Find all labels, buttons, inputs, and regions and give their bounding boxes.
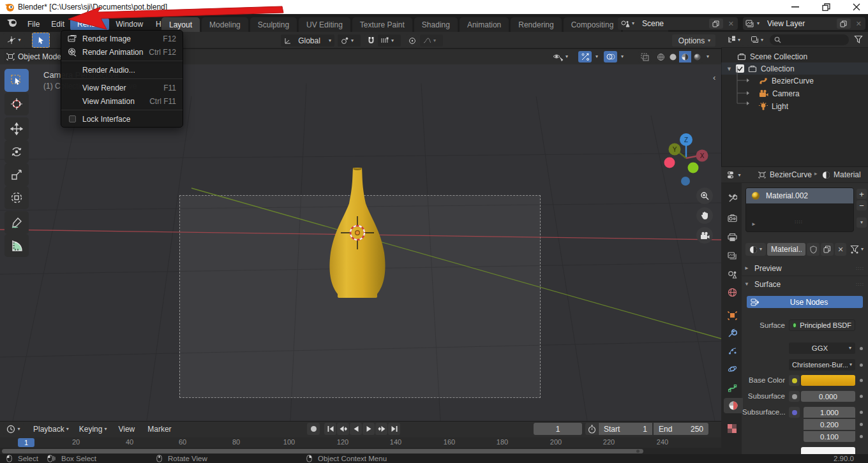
outliner-search-field[interactable] xyxy=(770,34,849,45)
tab-material[interactable] xyxy=(724,398,743,413)
subsurface-value-field[interactable]: 0.000 xyxy=(801,391,855,402)
xray-toggle[interactable] xyxy=(638,51,652,62)
outliner-row-beziercurve[interactable]: BezierCurve xyxy=(721,75,868,87)
base-color-socket-button[interactable] xyxy=(789,375,800,386)
fake-user-button[interactable] xyxy=(807,243,819,256)
scene-name[interactable]: Scene xyxy=(637,19,709,28)
preview-panel-header[interactable]: ► Preview :::: xyxy=(742,262,868,274)
next-keyframe-button[interactable] xyxy=(375,423,387,435)
active-tool-button[interactable] xyxy=(32,33,50,48)
prev-keyframe-button[interactable] xyxy=(337,423,349,435)
falloff-dropdown[interactable]: ▾ xyxy=(420,34,443,47)
animate-dot[interactable] xyxy=(860,395,863,398)
pivot-dropdown[interactable]: ▾ xyxy=(338,34,361,47)
shading-solid-button[interactable] xyxy=(667,51,679,62)
view-layer-remove-button[interactable]: ✕ xyxy=(852,20,865,28)
play-button[interactable] xyxy=(363,423,375,435)
visibility-dropdown[interactable]: ▾ xyxy=(553,51,568,62)
tool-cursor[interactable] xyxy=(4,92,29,115)
view-layer-browse-button[interactable]: ▾ xyxy=(743,20,762,28)
scrollbar-handle[interactable] xyxy=(2,449,643,453)
material-slot-row[interactable]: Material.002 xyxy=(746,188,853,203)
tab-rendering[interactable]: Rendering xyxy=(511,17,561,32)
scene-copy-button[interactable] xyxy=(709,18,723,29)
browse-material-button[interactable]: ▾ xyxy=(745,243,766,256)
base-color-swatch[interactable] xyxy=(801,375,855,386)
menu-file[interactable]: File xyxy=(22,20,45,29)
outliner-row-light[interactable]: Light xyxy=(721,100,868,112)
subsurface-color-swatch[interactable] xyxy=(801,447,855,454)
snap-settings-dropdown[interactable]: ▾ xyxy=(378,34,401,47)
options-dropdown[interactable]: Options ▾ xyxy=(672,34,715,47)
menu-item-lock-interface[interactable]: Lock Interface xyxy=(61,112,183,126)
tool-scale[interactable] xyxy=(4,163,29,186)
remove-material-slot-button[interactable]: − xyxy=(857,200,867,210)
outliner-editor-type-button[interactable]: ▾ xyxy=(724,34,744,46)
shading-wireframe-button[interactable] xyxy=(655,51,667,62)
tab-physics[interactable] xyxy=(724,361,740,376)
surface-shader-button[interactable]: Principled BSDF xyxy=(789,320,855,331)
tool-measure[interactable] xyxy=(4,234,29,257)
tool-rotate[interactable] xyxy=(4,140,29,163)
snap-toggle-button[interactable] xyxy=(364,34,377,47)
lock-interface-checkbox[interactable] xyxy=(69,115,76,122)
proportional-editing-button[interactable] xyxy=(406,34,419,47)
start-frame-field[interactable]: Start1 xyxy=(599,423,652,435)
animate-dot[interactable] xyxy=(860,379,863,382)
outliner-row-camera[interactable]: Camera xyxy=(721,87,868,99)
tab-animation[interactable]: Animation xyxy=(460,17,509,32)
tab-modifiers[interactable] xyxy=(724,325,740,341)
tab-particles[interactable] xyxy=(724,343,740,358)
breadcrumb-object[interactable]: BezierCurve xyxy=(770,170,812,179)
overlays-toggle[interactable] xyxy=(604,51,617,62)
zoom-button[interactable] xyxy=(696,187,713,204)
menu-view[interactable]: View xyxy=(112,425,141,434)
gizmos-dropdown[interactable]: ▾ xyxy=(595,54,598,59)
animate-dot[interactable] xyxy=(860,435,863,438)
unlink-material-button[interactable]: ✕ xyxy=(835,243,846,256)
menu-render[interactable]: Render xyxy=(70,18,109,31)
overlays-dropdown[interactable]: ▾ xyxy=(621,54,624,59)
tab-compositing[interactable]: Compositing xyxy=(564,17,622,32)
tab-sculpting[interactable]: Sculpting xyxy=(250,17,297,32)
breadcrumb-tab[interactable]: Material xyxy=(834,170,868,179)
editor-type-button[interactable]: ▾ xyxy=(3,33,25,47)
new-material-button[interactable] xyxy=(821,243,834,256)
radius-socket-button[interactable] xyxy=(789,407,800,418)
tab-texture[interactable] xyxy=(724,421,740,436)
subsurface-socket-button[interactable] xyxy=(789,391,800,402)
menu-edit[interactable]: Edit xyxy=(45,20,70,29)
panel-grip-icon[interactable]: :::: xyxy=(856,265,864,271)
timeline-editor-type-button[interactable]: ▾ xyxy=(3,423,24,435)
tab-output[interactable] xyxy=(724,230,740,245)
shading-rendered-button[interactable] xyxy=(691,51,703,62)
playhead-marker[interactable]: 1 xyxy=(18,438,34,447)
close-button[interactable] xyxy=(853,3,860,11)
use-nodes-button[interactable]: Use Nodes xyxy=(747,296,863,308)
end-frame-field[interactable]: End250 xyxy=(654,423,708,435)
list-grip-icon[interactable]: :::: xyxy=(795,219,803,224)
subsurface-method-dropdown[interactable]: Christensen-Bur... ▾ xyxy=(789,359,855,371)
tool-transform[interactable] xyxy=(4,186,29,209)
disclosure-triangle-icon[interactable]: ▼ xyxy=(726,66,732,72)
menu-marker[interactable]: Marker xyxy=(141,425,177,434)
material-filter-button[interactable]: ▾ xyxy=(850,244,864,254)
gizmos-toggle[interactable] xyxy=(578,51,592,62)
shading-material-button[interactable] xyxy=(679,51,691,62)
tab-shading[interactable]: Shading xyxy=(414,17,458,32)
timeline-scrollbar[interactable] xyxy=(0,448,721,454)
auto-key-button[interactable] xyxy=(307,423,320,435)
scene-unlink-button[interactable]: ✕ xyxy=(724,20,738,28)
properties-editor-type-button[interactable]: ▾ xyxy=(724,169,744,181)
menu-playback[interactable]: Playback▾ xyxy=(28,425,74,434)
tab-uv-editing[interactable]: UV Editing xyxy=(299,17,350,32)
scene-browse-button[interactable]: ▾ xyxy=(618,20,637,28)
pan-button[interactable] xyxy=(696,207,713,224)
menu-keying[interactable]: Keying▾ xyxy=(74,425,112,434)
shading-dropdown[interactable]: ▾ xyxy=(707,54,709,59)
outliner-display-mode-button[interactable]: ▾ xyxy=(747,34,767,46)
current-frame-field[interactable]: 1 xyxy=(534,423,582,435)
view-layer-name[interactable]: View Layer xyxy=(762,19,837,28)
menu-item-view-render[interactable]: View Render F11 xyxy=(61,81,183,94)
list-expand-icon[interactable]: ► xyxy=(751,221,756,227)
